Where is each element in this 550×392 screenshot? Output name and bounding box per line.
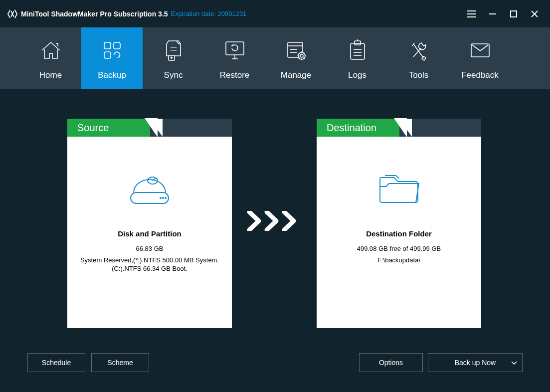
nav-sync[interactable]: Sync <box>143 27 204 89</box>
source-title: Disk and Partition <box>67 229 232 238</box>
button-label: Scheme <box>107 359 133 367</box>
source-detail-2: (C:).NTFS 66.34 GB Boot. <box>67 265 232 272</box>
nav-label: Manage <box>281 70 311 80</box>
nav-logs[interactable]: Logs <box>327 27 388 89</box>
svg-line-26 <box>299 58 300 59</box>
destination-free: 499.08 GB free of 499.99 GB <box>317 245 481 252</box>
svg-point-40 <box>165 197 166 198</box>
schedule-button[interactable]: Schedule <box>27 353 85 372</box>
destination-path: F:\backupdata\ <box>317 256 481 264</box>
svg-line-24 <box>299 53 300 54</box>
nav-feedback[interactable]: Feedback <box>449 27 511 89</box>
destination-title: Destination Folder <box>317 229 481 238</box>
nav-manage[interactable]: Manage <box>265 27 327 89</box>
nav-label: Home <box>39 70 62 80</box>
menu-button[interactable] <box>461 0 482 27</box>
restore-icon <box>224 38 246 62</box>
svg-rect-8 <box>114 42 120 49</box>
folder-icon <box>317 167 481 206</box>
scheme-button[interactable]: Scheme <box>91 353 149 372</box>
feedback-icon <box>469 38 491 62</box>
tools-icon <box>408 38 429 62</box>
nav-backup[interactable]: Backup <box>81 27 143 89</box>
main-content: Source Disk and Partition 66.83 GB Syste… <box>0 89 550 392</box>
nav-tools[interactable]: Tools <box>388 27 449 89</box>
nav-restore[interactable]: Restore <box>204 27 265 89</box>
source-tab-header: Source <box>67 119 232 137</box>
main-nav: Home Backup Sync <box>0 27 550 89</box>
backup-now-button[interactable]: Back up Now <box>428 353 523 372</box>
svg-rect-9 <box>104 52 111 58</box>
nav-home[interactable]: Home <box>20 27 81 89</box>
manage-icon <box>285 38 307 62</box>
nav-label: Sync <box>164 70 183 80</box>
button-label: Back up Now <box>455 359 496 367</box>
app-logo-icon <box>7 8 18 19</box>
source-size: 66.83 GB <box>67 245 232 252</box>
chevron-down-icon <box>511 359 517 367</box>
svg-point-38 <box>160 197 161 198</box>
arrow-icon <box>247 211 302 233</box>
logs-icon <box>348 38 367 62</box>
destination-panel[interactable]: Destination Destination Folder 499.08 GB… <box>317 119 481 328</box>
nav-label: Logs <box>348 70 367 80</box>
sync-icon <box>165 38 183 62</box>
close-button[interactable] <box>524 0 545 27</box>
backup-icon <box>101 38 123 62</box>
nav-label: Backup <box>98 70 126 80</box>
source-panel[interactable]: Source Disk and Partition 66.83 GB Syste… <box>67 119 232 328</box>
button-label: Schedule <box>42 359 71 367</box>
home-icon <box>40 38 62 62</box>
svg-rect-29 <box>355 41 361 45</box>
nav-label: Restore <box>220 70 250 80</box>
source-detail-1: System Reserved,(*:).NTFS 500.00 MB Syst… <box>67 256 232 264</box>
destination-tab-label: Destination <box>317 119 399 137</box>
app-title: MiniTool ShadowMaker Pro Subscription 3.… <box>21 10 168 18</box>
minimize-button[interactable] <box>482 0 503 27</box>
svg-rect-7 <box>104 42 111 49</box>
nav-label: Tools <box>409 70 429 80</box>
title-bar: MiniTool ShadowMaker Pro Subscription 3.… <box>0 0 550 27</box>
source-tab-label: Source <box>67 119 150 137</box>
svg-rect-11 <box>226 42 244 55</box>
expiration-label: Expiration date: 20991231 <box>171 10 247 17</box>
destination-tab-header: Destination <box>317 119 481 137</box>
nav-label: Feedback <box>461 70 499 80</box>
svg-line-25 <box>304 58 305 59</box>
disk-icon <box>67 167 232 206</box>
svg-rect-28 <box>351 43 365 59</box>
maximize-button[interactable] <box>503 0 524 27</box>
svg-point-39 <box>163 197 164 198</box>
options-button[interactable]: Options <box>359 353 423 372</box>
svg-rect-4 <box>511 11 517 17</box>
button-label: Options <box>379 359 403 367</box>
svg-line-27 <box>304 53 305 54</box>
